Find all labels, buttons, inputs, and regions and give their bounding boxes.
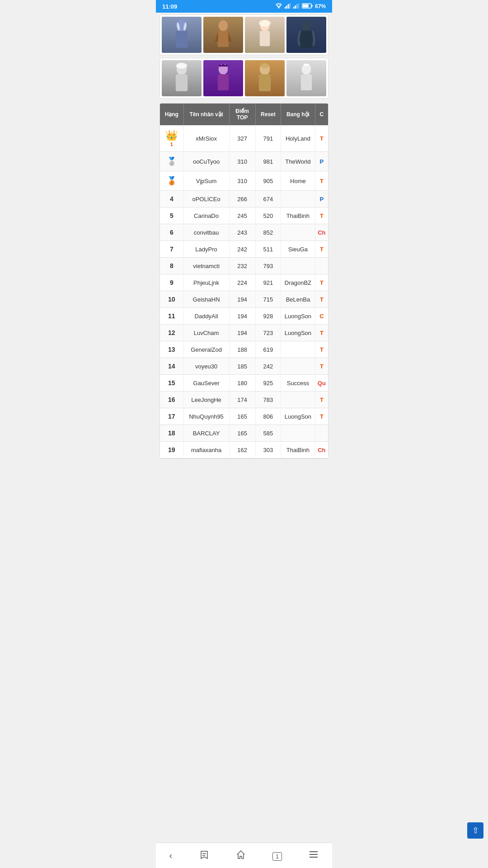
server-cell: T xyxy=(315,325,328,341)
svg-rect-24 xyxy=(176,74,188,91)
rank-cell: 12 xyxy=(160,325,183,341)
diem-cell: 266 xyxy=(229,191,255,208)
reset-cell: 619 xyxy=(255,341,281,358)
rank-cell: 11 xyxy=(160,308,183,325)
portrait-8[interactable] xyxy=(286,60,326,96)
portrait-3[interactable] xyxy=(245,17,285,53)
diem-cell: 310 xyxy=(229,152,255,171)
name-cell: LeeJongHe xyxy=(183,392,229,408)
reset-cell: 928 xyxy=(255,308,281,325)
server-cell: T xyxy=(315,392,328,408)
wifi-icon xyxy=(275,3,282,10)
name-cell: oPOLICEo xyxy=(183,191,229,208)
svg-rect-3 xyxy=(288,4,289,9)
bang-cell: DragonBZ xyxy=(281,274,315,291)
rank-cell: 18 xyxy=(160,425,183,442)
diem-cell: 185 xyxy=(229,358,255,375)
svg-rect-5 xyxy=(293,7,295,9)
bang-cell: ThaiBinh xyxy=(281,442,315,458)
svg-point-0 xyxy=(278,7,279,8)
name-cell: voyeu30 xyxy=(183,358,229,375)
table-row[interactable]: 14 voyeu30 185 242 T xyxy=(160,358,328,375)
reset-cell: 925 xyxy=(255,375,281,392)
table-row[interactable]: 6 convitbau 243 852 Ch xyxy=(160,224,328,241)
name-cell: CarinaDo xyxy=(183,208,229,224)
diem-cell: 174 xyxy=(229,392,255,408)
svg-rect-8 xyxy=(298,3,299,9)
rank-cell: 7 xyxy=(160,241,183,258)
table-header: Hạng Tên nhân vật Điểm TOP Reset Bang hộ… xyxy=(160,104,328,125)
bang-cell: LuongSon xyxy=(281,308,315,325)
portrait-5[interactable] xyxy=(162,60,202,96)
table-row[interactable]: 18 BARCLAY 165 585 xyxy=(160,425,328,442)
table-row[interactable]: 11 DaddyAll 194 928 LuongSon C xyxy=(160,308,328,325)
rank-cell: 14 xyxy=(160,358,183,375)
server-cell: T xyxy=(315,171,328,191)
portrait-2[interactable] xyxy=(203,17,243,53)
bang-cell xyxy=(281,425,315,442)
table-row[interactable]: 8 vietnamcti 232 793 xyxy=(160,258,328,274)
server-cell: Ch xyxy=(315,224,328,241)
col-bang: Bang hội xyxy=(281,104,315,125)
status-bar: 11:09 xyxy=(156,0,332,13)
rank-cell: 4 xyxy=(160,191,183,208)
reset-cell: 585 xyxy=(255,425,281,442)
col-ten: Tên nhân vật xyxy=(183,104,229,125)
reset-cell: 791 xyxy=(255,125,281,152)
diem-cell: 194 xyxy=(229,308,255,325)
diem-cell: 165 xyxy=(229,425,255,442)
portrait-row-1 xyxy=(160,14,328,55)
rank-cell: 17 xyxy=(160,408,183,425)
name-cell: LadyPro xyxy=(183,241,229,258)
svg-rect-29 xyxy=(259,74,271,91)
table-row[interactable]: 17 NhuQuynh95 165 806 LuongSon T xyxy=(160,408,328,425)
table-row[interactable]: 16 LeeJongHe 174 783 T xyxy=(160,392,328,408)
battery-icon xyxy=(302,3,313,10)
table-row[interactable]: 👑1 xMrSiox 327 791 HolyLand T xyxy=(160,125,328,152)
rank-cell: 13 xyxy=(160,341,183,358)
portrait-6[interactable] xyxy=(203,60,243,96)
table-row[interactable]: 🥈 ooCuTyoo 310 981 TheWorld P xyxy=(160,152,328,171)
name-cell: DaddyAll xyxy=(183,308,229,325)
portrait-1[interactable] xyxy=(162,17,202,53)
table-row[interactable]: 15 GauSever 180 925 Success Qu xyxy=(160,375,328,392)
server-cell: T xyxy=(315,341,328,358)
diem-cell: 242 xyxy=(229,241,255,258)
svg-rect-2 xyxy=(286,5,287,9)
diem-cell: 180 xyxy=(229,375,255,392)
signal-icon-2 xyxy=(293,3,300,10)
table-row[interactable]: 10 GeishaHN 194 715 BeLenBa T xyxy=(160,291,328,308)
diem-cell: 224 xyxy=(229,274,255,291)
svg-point-21 xyxy=(302,20,311,31)
col-hang: Hạng xyxy=(160,104,183,125)
diem-cell: 243 xyxy=(229,224,255,241)
name-cell: VjpSum xyxy=(183,171,229,191)
bang-cell: SieuGa xyxy=(281,241,315,258)
table-row[interactable]: 12 LuvCham 194 723 LuongSon T xyxy=(160,325,328,341)
name-cell: GeishaHN xyxy=(183,291,229,308)
diem-cell: 232 xyxy=(229,258,255,274)
server-cell: P xyxy=(315,152,328,171)
table-row[interactable]: 4 oPOLICEo 266 674 P xyxy=(160,191,328,208)
table-row[interactable]: 5 CarinaDo 245 520 ThaiBinh T xyxy=(160,208,328,224)
server-cell: T xyxy=(315,125,328,152)
portrait-4[interactable] xyxy=(286,17,326,53)
svg-rect-11 xyxy=(302,4,309,7)
name-cell: GauSever xyxy=(183,375,229,392)
diem-cell: 162 xyxy=(229,442,255,458)
table-row[interactable]: 7 LadyPro 242 511 SieuGa T xyxy=(160,241,328,258)
table-row[interactable]: 🥉 VjpSum 310 905 Home T xyxy=(160,171,328,191)
diem-cell: 194 xyxy=(229,325,255,341)
rank-cell: 6 xyxy=(160,224,183,241)
svg-rect-32 xyxy=(301,74,312,90)
portrait-7[interactable] xyxy=(245,60,285,96)
col-reset: Reset xyxy=(255,104,281,125)
rank-cell: 15 xyxy=(160,375,183,392)
table-row[interactable]: 9 PhjeuLjnk 224 921 DragonBZ T xyxy=(160,274,328,291)
reset-cell: 793 xyxy=(255,258,281,274)
bang-cell xyxy=(281,258,315,274)
bang-cell xyxy=(281,392,315,408)
table-row[interactable]: 19 mafiaxanha 162 303 ThaiBinh Ch xyxy=(160,442,328,458)
table-row[interactable]: 13 GeneralZod 188 619 T xyxy=(160,341,328,358)
name-cell: PhjeuLjnk xyxy=(183,274,229,291)
